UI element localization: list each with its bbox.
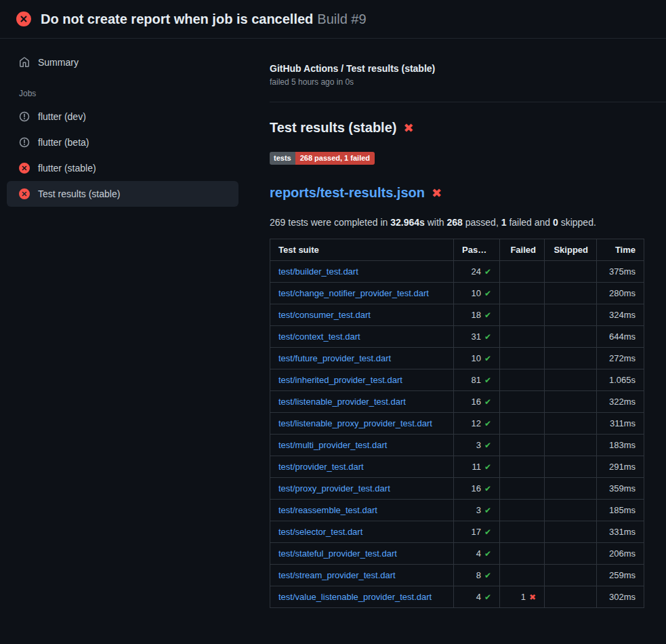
- jobs-list: flutter (dev) flutter (beta) flutter (st…: [7, 104, 238, 207]
- test-suite-row: test/selector_test.dart17✔331ms: [270, 521, 644, 543]
- test-suite-link[interactable]: test/context_test.dart: [278, 331, 360, 342]
- test-suite-link[interactable]: test/change_notifier_provider_test.dart: [278, 288, 429, 298]
- summary-line: 269 tests were completed in 32.964s with…: [270, 217, 644, 228]
- test-suite-link[interactable]: test/selector_test.dart: [278, 527, 362, 537]
- job-label: flutter (beta): [38, 137, 89, 148]
- failed-cell: [500, 456, 545, 478]
- test-suite-link[interactable]: test/consumer_test.dart: [278, 310, 371, 320]
- test-suite-row: test/reassemble_test.dart3✔185ms: [270, 500, 644, 521]
- test-suite-cell: test/context_test.dart: [270, 326, 454, 348]
- failed-cell: [500, 326, 545, 348]
- passed-cell: 4✔: [454, 543, 500, 565]
- check-icon: ✔: [484, 310, 491, 320]
- time-cell: 302ms: [597, 586, 644, 608]
- test-suite-cell: test/inherited_provider_test.dart: [270, 369, 454, 391]
- passed-cell: 16✔: [454, 391, 500, 413]
- failed-cell: 1✖: [500, 586, 545, 608]
- passed-cell: 18✔: [454, 304, 500, 326]
- test-suite-link[interactable]: test/reassemble_test.dart: [278, 505, 377, 515]
- test-suite-link[interactable]: test/future_provider_test.dart: [278, 353, 391, 363]
- test-suite-link[interactable]: test/builder_test.dart: [278, 266, 358, 277]
- test-suite-row: test/listenable_provider_test.dart16✔322…: [270, 391, 644, 413]
- section-title: Test results (stable): [270, 120, 396, 136]
- passed-cell: 81✔: [454, 369, 500, 391]
- column-header-failed: Failed: [500, 239, 545, 261]
- check-icon: ✔: [484, 506, 491, 515]
- time-cell: 359ms: [597, 478, 644, 500]
- failed-cell: [500, 500, 545, 521]
- test-suite-link[interactable]: test/stateful_provider_test.dart: [278, 548, 397, 559]
- test-suite-cell: test/consumer_test.dart: [270, 304, 454, 326]
- time-cell: 291ms: [597, 456, 644, 478]
- failed-cell: [500, 283, 545, 304]
- test-suite-link[interactable]: test/listenable_proxy_provider_test.dart: [278, 418, 432, 428]
- test-suite-link[interactable]: test/value_listenable_provider_test.dart: [278, 592, 432, 602]
- report-link[interactable]: reports/test-results.json: [270, 185, 425, 201]
- passed-cell: 16✔: [454, 478, 500, 500]
- test-suite-cell: test/multi_provider_test.dart: [270, 435, 454, 456]
- main-content: GitHub Actions / Test results (stable) f…: [245, 39, 666, 608]
- sidebar-item-flutter-beta[interactable]: flutter (beta): [7, 129, 238, 155]
- check-icon: ✔: [484, 484, 491, 494]
- test-results-table: Test suitePassedFailedSkippedTime test/b…: [270, 239, 644, 608]
- failed-cell: [500, 543, 545, 565]
- failed-cell-count: 1: [521, 592, 526, 602]
- skipped-cell: [545, 261, 597, 283]
- summary-skipped: 0: [553, 217, 558, 228]
- summary-passed: 268: [447, 217, 463, 228]
- sidebar-item-label: Summary: [38, 57, 79, 68]
- sidebar: Summary Jobs flutter (dev) flutter (beta…: [0, 39, 245, 608]
- sidebar-item-test-results-stable[interactable]: Test results (stable): [7, 181, 238, 207]
- failed-status-icon: [16, 12, 31, 26]
- passed-cell-count: 10: [471, 288, 480, 298]
- test-suite-link[interactable]: test/provider_test.dart: [278, 462, 364, 472]
- skipped-cell: [545, 391, 597, 413]
- passed-cell: 17✔: [454, 521, 500, 543]
- check-icon: ✔: [484, 289, 491, 298]
- sidebar-item-flutter-stable[interactable]: flutter (stable): [7, 155, 238, 181]
- skipped-cell: [545, 413, 597, 435]
- test-suite-link[interactable]: test/listenable_provider_test.dart: [278, 397, 406, 407]
- badge-label: tests: [270, 152, 295, 165]
- check-icon: ✔: [484, 592, 491, 602]
- test-suite-link[interactable]: test/multi_provider_test.dart: [278, 440, 387, 450]
- test-suite-row: test/context_test.dart31✔644ms: [270, 326, 644, 348]
- neutral-status-icon: [19, 137, 30, 148]
- test-suite-link[interactable]: test/inherited_provider_test.dart: [278, 375, 402, 385]
- passed-cell: 10✔: [454, 283, 500, 304]
- table-header-row: Test suitePassedFailedSkippedTime: [270, 239, 644, 261]
- failed-cell: [500, 435, 545, 456]
- test-suite-row: test/listenable_proxy_provider_test.dart…: [270, 413, 644, 435]
- sidebar-item-summary[interactable]: Summary: [7, 49, 238, 75]
- column-header-time: Time: [597, 239, 644, 261]
- divider: [270, 102, 666, 102]
- test-suite-row: test/change_notifier_provider_test.dart1…: [270, 283, 644, 304]
- sidebar-item-flutter-dev[interactable]: flutter (dev): [7, 104, 238, 129]
- time-cell: 280ms: [597, 283, 644, 304]
- skipped-cell: [545, 326, 597, 348]
- test-suite-link[interactable]: test/stream_provider_test.dart: [278, 570, 396, 580]
- passed-cell: 4✔: [454, 586, 500, 608]
- time-cell: 259ms: [597, 565, 644, 586]
- test-suite-cell: test/provider_test.dart: [270, 456, 454, 478]
- test-suite-row: test/future_provider_test.dart10✔272ms: [270, 348, 644, 369]
- passed-cell-count: 17: [471, 527, 480, 537]
- time-cell: 206ms: [597, 543, 644, 565]
- test-suite-link[interactable]: test/proxy_provider_test.dart: [278, 483, 390, 494]
- test-suite-cell: test/reassemble_test.dart: [270, 500, 454, 521]
- passed-cell: 12✔: [454, 413, 500, 435]
- failed-x-icon: ✖: [403, 122, 413, 134]
- page-title: Do not create report when job is cancell…: [41, 12, 367, 27]
- passed-cell: 3✔: [454, 500, 500, 521]
- passed-cell: 24✔: [454, 261, 500, 283]
- time-cell: 272ms: [597, 348, 644, 369]
- passed-cell-count: 3: [476, 505, 481, 515]
- passed-cell: 3✔: [454, 435, 500, 456]
- test-suite-row: test/provider_test.dart11✔291ms: [270, 456, 644, 478]
- skipped-cell: [545, 543, 597, 565]
- passed-cell-count: 31: [471, 331, 480, 342]
- passed-cell: 11✔: [454, 456, 500, 478]
- skipped-cell: [545, 456, 597, 478]
- time-cell: 324ms: [597, 304, 644, 326]
- job-label: Test results (stable): [38, 188, 120, 199]
